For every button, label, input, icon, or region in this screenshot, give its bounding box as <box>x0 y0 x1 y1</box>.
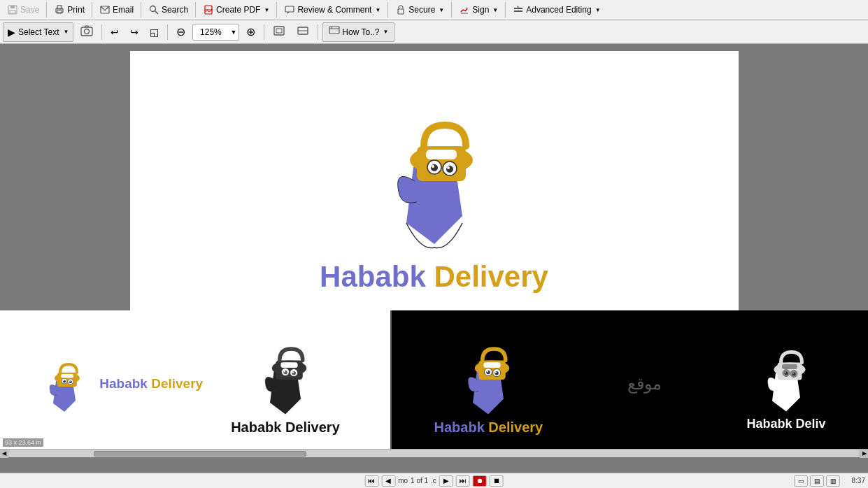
brand-name-color-black-bg: Hababk Delivery <box>434 419 543 436</box>
brand-name-small-white: Hababk Delivery <box>99 376 203 392</box>
svg-point-55 <box>292 371 294 373</box>
camera-icon <box>80 25 93 38</box>
variant-color-white-bg: Hababk Delivery Haba <box>0 310 392 457</box>
select-text-button[interactable]: ▶ Select Text ▼ <box>3 22 73 42</box>
variant-color-on-black: Hababk Delivery <box>434 332 543 436</box>
svg-point-33 <box>446 166 453 173</box>
zoom-in-button[interactable]: ⊕ <box>242 22 259 42</box>
rotate-right-icon: ↪ <box>130 27 138 38</box>
toolbar-row2: ▶ Select Text ▼ ↩ ↪ ◱ ⊖ 125% ▼ ⊕ <box>0 20 868 44</box>
svg-rect-69 <box>782 364 797 369</box>
svg-point-65 <box>495 371 497 373</box>
advanced-editing-label: Advanced Editing <box>526 5 591 15</box>
separator <box>505 2 506 17</box>
sign-label: Sign <box>472 5 489 15</box>
fit-width-button[interactable] <box>292 22 313 42</box>
toolbar-row1: Save Print Email Search PDF Create PDF ▼ <box>0 0 868 20</box>
create-pdf-button[interactable]: PDF Create PDF ▼ <box>199 1 273 18</box>
first-page-button[interactable]: ⏮ <box>364 475 378 487</box>
svg-rect-2 <box>10 10 15 13</box>
email-button[interactable]: Email <box>95 1 138 18</box>
svg-point-34 <box>432 165 434 168</box>
single-page-view-button[interactable]: ▭ <box>794 475 808 487</box>
email-label: Email <box>113 5 134 15</box>
variant-black-bg: Hababk Delivery موقع <box>392 310 868 457</box>
zoom-out-icon: ⊖ <box>176 25 185 38</box>
advanced-editing-icon <box>513 4 524 15</box>
save-button[interactable]: Save <box>3 1 43 18</box>
svg-rect-12 <box>398 9 404 14</box>
svg-rect-17 <box>81 27 92 36</box>
pdf-white-page: Hababk Delivery <box>130 51 739 336</box>
svg-rect-15 <box>514 10 522 12</box>
advanced-editing-button[interactable]: Advanced Editing ▼ <box>508 1 604 18</box>
stop-button[interactable]: ⏹ <box>490 475 504 487</box>
continuous-view-button[interactable]: ▤ <box>810 475 824 487</box>
rotate-left-button[interactable]: ↩ <box>106 22 123 42</box>
facing-view-button[interactable]: ▥ <box>826 475 840 487</box>
review-comment-button[interactable]: Review & Comment ▼ <box>280 1 385 18</box>
record-button[interactable]: ⏺ <box>473 475 487 487</box>
create-pdf-label: Create PDF <box>216 5 260 15</box>
separator <box>167 24 168 40</box>
brand-h: H <box>320 260 341 293</box>
lock-icon <box>395 4 406 15</box>
page-info-prefix: mo <box>398 477 408 485</box>
zoom-out-button[interactable]: ⊖ <box>172 22 190 42</box>
brand-delivery: Delivery <box>434 260 548 293</box>
separator <box>101 24 102 40</box>
svg-point-35 <box>447 166 450 169</box>
rotate-right-button[interactable]: ↪ <box>126 22 143 42</box>
svg-rect-49 <box>280 362 297 368</box>
svg-point-63 <box>495 371 499 375</box>
save-label: Save <box>20 5 39 15</box>
search-button[interactable]: Search <box>144 1 192 18</box>
svg-point-73 <box>792 373 795 376</box>
svg-rect-29 <box>426 150 457 159</box>
arabic-watermark: موقع <box>627 374 662 394</box>
prev-page-button[interactable]: ◀ <box>381 475 395 487</box>
dropdown-arrow: ▼ <box>375 7 380 13</box>
secure-button[interactable]: Secure ▼ <box>391 1 448 18</box>
separator <box>318 24 318 40</box>
svg-point-42 <box>63 380 66 382</box>
svg-rect-14 <box>514 8 522 9</box>
hscroll-thumb[interactable] <box>94 451 306 457</box>
zoom-input[interactable]: 125% <box>193 27 228 37</box>
page-left-button[interactable]: ◱ <box>145 22 163 42</box>
search-label: Search <box>162 5 188 15</box>
last-page-button[interactable]: ⏭ <box>456 475 470 487</box>
hscroll-left-button[interactable]: ◀ <box>0 450 8 458</box>
page-info-suffix: .c <box>431 477 436 485</box>
zoom-dropdown-arrow[interactable]: ▼ <box>228 29 239 36</box>
print-label: Print <box>67 5 85 15</box>
logo-color-black-bg <box>450 332 527 419</box>
logo-black-version <box>247 332 324 419</box>
zoom-selector[interactable]: 125% ▼ <box>192 24 239 41</box>
separator <box>141 2 141 17</box>
next-page-button[interactable]: ▶ <box>439 475 453 487</box>
svg-point-74 <box>785 372 786 373</box>
page-left-icon: ◱ <box>150 27 159 38</box>
svg-rect-1 <box>10 6 15 8</box>
svg-point-7 <box>150 6 156 12</box>
review-comment-icon <box>284 4 295 15</box>
how-to-button[interactable]: How To..? ▼ <box>322 22 394 42</box>
horizontal-scrollbar[interactable]: ◀ ▶ <box>0 449 868 457</box>
size-info: 93 x 23.64 in <box>3 438 43 447</box>
variant-white-on-black: Hababk Deliv <box>746 336 825 431</box>
hscroll-right-button[interactable]: ▶ <box>860 450 868 458</box>
search-icon <box>148 4 159 15</box>
select-text-label: Select Text <box>18 27 59 37</box>
brand-name-main: Hababk Delivery <box>320 260 548 294</box>
print-button[interactable]: Print <box>50 1 89 18</box>
separator <box>264 24 264 40</box>
hscroll-track[interactable] <box>8 450 860 458</box>
fit-page-button[interactable] <box>269 22 290 42</box>
svg-point-62 <box>487 371 491 375</box>
svg-point-18 <box>85 29 90 34</box>
variants-row: Hababk Delivery Haba <box>0 310 868 457</box>
dropdown-arrow: ▼ <box>383 29 388 35</box>
sign-button[interactable]: Sign ▼ <box>455 1 502 18</box>
snapshot-button[interactable] <box>76 22 97 42</box>
